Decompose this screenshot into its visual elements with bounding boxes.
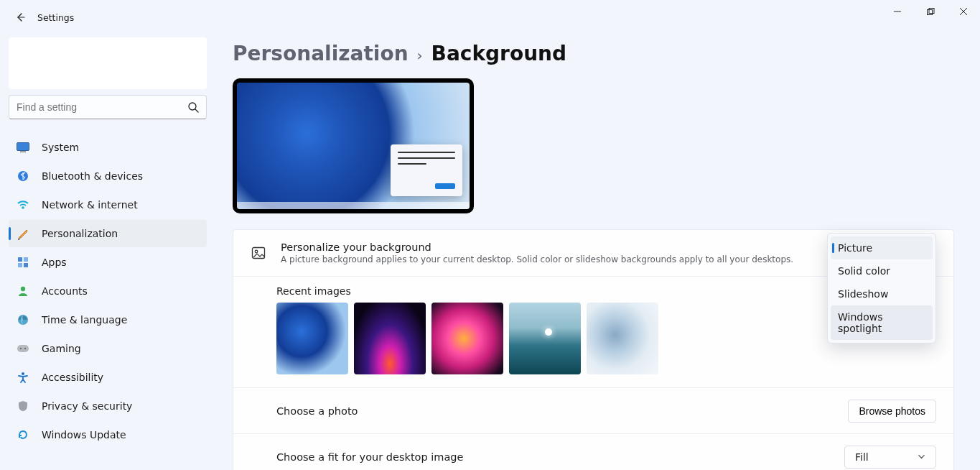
privacy-icon — [16, 399, 30, 413]
personalize-subtitle: A picture background applies to your cur… — [281, 254, 793, 264]
close-button[interactable] — [947, 0, 980, 23]
svg-rect-7 — [18, 257, 22, 262]
accessibility-icon — [16, 370, 30, 384]
preview-sample-window — [391, 144, 462, 196]
window-controls — [881, 0, 980, 23]
recent-image-1[interactable] — [276, 303, 348, 374]
browse-photos-button[interactable]: Browse photos — [848, 400, 936, 423]
background-type-dropdown: Picture Solid color Slideshow Windows sp… — [827, 233, 936, 344]
system-icon — [16, 140, 30, 155]
svg-rect-10 — [24, 263, 28, 267]
recent-image-4[interactable] — [509, 303, 581, 374]
maximize-icon — [927, 8, 935, 16]
fit-select[interactable]: Fill — [844, 446, 936, 469]
svg-rect-3 — [17, 143, 29, 151]
preview-taskbar — [237, 202, 470, 209]
svg-rect-4 — [20, 152, 26, 153]
recent-image-5[interactable] — [587, 303, 658, 374]
bluetooth-icon — [16, 169, 30, 183]
titlebar: Settings — [0, 0, 980, 34]
image-icon — [251, 245, 266, 261]
nav-item-bluetooth[interactable]: Bluetooth & devices — [9, 162, 207, 190]
svg-rect-13 — [17, 345, 29, 352]
preview-desktop — [237, 83, 470, 209]
gaming-icon — [16, 341, 30, 356]
minimize-icon — [894, 8, 901, 15]
nav-label: Time & language — [42, 314, 127, 326]
svg-rect-8 — [24, 257, 28, 262]
nav-label: Apps — [42, 257, 67, 268]
nav-item-network[interactable]: Network & internet — [9, 191, 207, 218]
search-box[interactable] — [9, 95, 207, 119]
background-preview — [233, 78, 474, 213]
personalize-row[interactable]: Personalize your background A picture ba… — [233, 230, 953, 276]
recent-image-2[interactable] — [354, 303, 426, 374]
arrow-left-icon — [14, 11, 26, 23]
fit-value: Fill — [855, 451, 869, 463]
nav-item-privacy[interactable]: Privacy & security — [9, 392, 207, 420]
svg-point-15 — [24, 348, 26, 349]
breadcrumb-current: Background — [431, 42, 566, 65]
personalization-icon — [16, 226, 30, 241]
update-icon — [16, 428, 30, 442]
nav-item-time[interactable]: Time & language — [9, 306, 207, 333]
nav: System Bluetooth & devices Network & int… — [9, 134, 207, 448]
apps-icon — [16, 255, 30, 269]
svg-rect-9 — [18, 263, 22, 267]
nav-item-personalization[interactable]: Personalization — [9, 220, 207, 247]
choose-photo-row: Choose a photo Browse photos — [233, 387, 953, 433]
breadcrumb-parent[interactable]: Personalization — [233, 42, 409, 65]
chevron-right-icon: › — [417, 47, 423, 64]
main-content: Personalization › Background Personalize… — [215, 34, 980, 470]
svg-point-11 — [21, 287, 25, 291]
svg-point-18 — [255, 250, 258, 253]
user-block[interactable] — [9, 37, 207, 89]
network-icon — [16, 198, 30, 212]
sidebar: System Bluetooth & devices Network & int… — [0, 34, 215, 470]
nav-item-gaming[interactable]: Gaming — [9, 335, 207, 362]
nav-item-system[interactable]: System — [9, 134, 207, 161]
search-icon — [187, 101, 199, 113]
nav-item-accessibility[interactable]: Accessibility — [9, 364, 207, 391]
nav-label: Accounts — [42, 285, 88, 297]
dropdown-option-picture[interactable]: Picture — [831, 236, 933, 259]
window-title: Settings — [37, 12, 74, 23]
maximize-button[interactable] — [914, 0, 947, 23]
nav-label: Bluetooth & devices — [42, 170, 143, 182]
dropdown-option-slideshow[interactable]: Slideshow — [831, 282, 933, 305]
accounts-icon — [16, 284, 30, 298]
svg-point-16 — [22, 372, 24, 375]
nav-item-apps[interactable]: Apps — [9, 249, 207, 276]
nav-label: Accessibility — [42, 372, 103, 383]
chevron-down-icon — [918, 453, 925, 461]
nav-item-update[interactable]: Windows Update — [9, 421, 207, 448]
nav-label: Privacy & security — [42, 400, 132, 412]
svg-point-6 — [22, 206, 24, 209]
nav-label: System — [42, 142, 79, 153]
minimize-button[interactable] — [881, 0, 914, 23]
breadcrumb: Personalization › Background — [233, 42, 954, 65]
personalize-title: Personalize your background — [281, 241, 793, 253]
svg-rect-1 — [929, 8, 934, 13]
recent-image-3[interactable] — [431, 303, 503, 374]
time-icon — [16, 313, 30, 327]
background-card: Personalize your background A picture ba… — [233, 229, 954, 470]
svg-point-2 — [189, 103, 196, 110]
choose-photo-label: Choose a photo — [276, 405, 358, 417]
choose-fit-row: Choose a fit for your desktop image Fill — [233, 433, 953, 470]
svg-rect-0 — [927, 9, 932, 14]
nav-label: Windows Update — [42, 429, 126, 441]
nav-label: Gaming — [42, 343, 81, 354]
choose-fit-label: Choose a fit for your desktop image — [276, 451, 463, 463]
nav-label: Personalization — [42, 228, 118, 239]
dropdown-option-windows-spotlight[interactable]: Windows spotlight — [831, 305, 933, 340]
nav-label: Network & internet — [42, 199, 138, 211]
close-icon — [960, 8, 967, 15]
dropdown-option-solid-color[interactable]: Solid color — [831, 259, 933, 282]
nav-item-accounts[interactable]: Accounts — [9, 277, 207, 305]
back-button[interactable] — [6, 3, 34, 32]
svg-point-14 — [20, 348, 22, 349]
search-input[interactable] — [17, 101, 187, 113]
